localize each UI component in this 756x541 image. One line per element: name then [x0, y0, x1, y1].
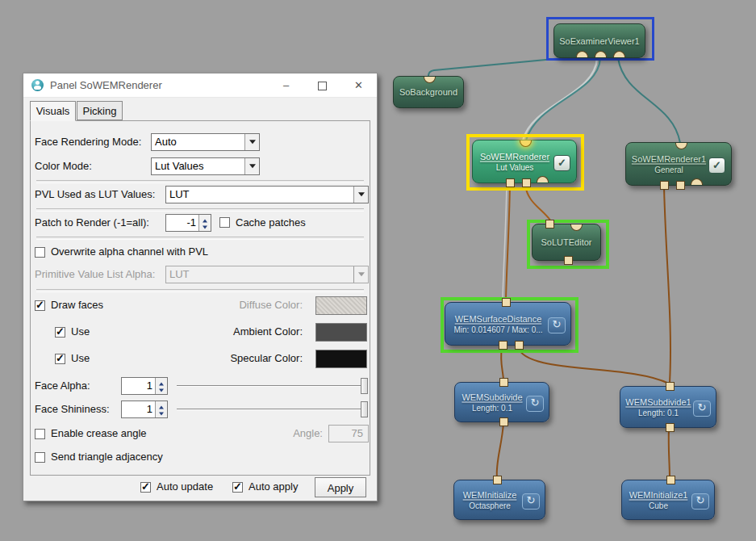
input-connector[interactable] — [676, 181, 685, 190]
overwrite-alpha-checkbox[interactable] — [35, 247, 45, 258]
face-alpha-slider[interactable] — [177, 377, 368, 395]
enable-crease-angle-checkbox[interactable] — [35, 429, 45, 439]
node-weminitialize[interactable]: WEMInitialize Octasphere ↻ — [453, 480, 545, 520]
spinner-buttons[interactable] — [155, 401, 167, 417]
overwrite-alpha-label: Overwrite alpha channel with PVL — [51, 243, 208, 261]
input-connector[interactable] — [506, 178, 515, 187]
spin-down-icon[interactable] — [199, 223, 211, 231]
minimize-button[interactable]: – — [268, 73, 304, 97]
slider-handle[interactable] — [361, 401, 368, 417]
patch-to-render-stepper[interactable]: -1 — [165, 214, 211, 232]
input-connector[interactable] — [613, 51, 625, 57]
face-rendering-mode-value: Auto — [152, 134, 244, 150]
node-soluteditor[interactable]: SoLUTEditor — [532, 224, 601, 261]
auto-apply-checkbox[interactable] — [232, 482, 243, 493]
input-connector[interactable] — [537, 176, 549, 182]
node-soexaminerviewer1[interactable]: SoExaminerViewer1 — [553, 23, 645, 58]
spinner-buttons[interactable] — [155, 378, 167, 394]
node-sowemrenderer1[interactable]: SoWEMRenderer1 General ✓ — [625, 142, 732, 186]
face-alpha-label: Face Alpha: — [35, 377, 90, 395]
maximize-button[interactable] — [304, 73, 340, 97]
titlebar[interactable]: Panel SoWEMRenderer – ✕ — [23, 73, 377, 98]
input-connector[interactable] — [576, 51, 588, 57]
specular-color-swatch[interactable] — [315, 350, 367, 368]
face-shininess-slider[interactable] — [177, 401, 368, 418]
input-connector[interactable] — [666, 423, 675, 432]
spin-down-icon[interactable] — [156, 409, 167, 417]
face-alpha-stepper[interactable]: 1 — [121, 377, 168, 395]
output-connector[interactable] — [499, 378, 508, 387]
dropdown-arrow-icon[interactable] — [353, 187, 368, 203]
input-connector[interactable] — [515, 341, 524, 350]
node-reload-icon[interactable]: ↻ — [526, 396, 544, 412]
send-triangle-adjacency-label: Send triangle adjacency — [51, 448, 163, 466]
node-wemsurfacedistance[interactable]: WEMSurfaceDistance Min: 0.014607 / Max: … — [445, 302, 571, 346]
slider-handle[interactable] — [361, 378, 368, 394]
input-connector[interactable] — [545, 220, 554, 229]
auto-update-label: Auto update — [157, 478, 213, 496]
tab-picking[interactable]: Picking — [77, 101, 123, 120]
node-title: SoBackground — [396, 87, 461, 97]
input-connector[interactable] — [564, 256, 573, 265]
node-title: WEMSubdivide1 — [623, 397, 694, 407]
slider-groove — [177, 409, 368, 409]
output-connector[interactable] — [666, 382, 675, 391]
dropdown-arrow-icon[interactable] — [244, 158, 259, 174]
output-connector[interactable] — [502, 298, 511, 307]
output-connector[interactable] — [424, 77, 436, 83]
input-connector[interactable] — [660, 181, 669, 190]
send-triangle-adjacency-checkbox[interactable] — [35, 452, 45, 463]
output-connector[interactable] — [666, 476, 675, 484]
node-enabled-check-icon[interactable]: ✓ — [553, 155, 570, 171]
node-subtitle: Octasphere — [457, 501, 523, 510]
node-reload-icon[interactable]: ↻ — [691, 493, 709, 510]
pvl-alpha-select: LUT — [165, 266, 369, 283]
face-rendering-mode-label: Face Rendering Mode: — [35, 133, 141, 151]
spinner-buttons[interactable] — [198, 215, 211, 231]
tab-visuals[interactable]: Visuals — [30, 101, 76, 121]
spin-up-icon[interactable] — [156, 378, 167, 386]
draw-faces-label: Draw faces — [51, 296, 103, 314]
draw-faces-checkbox[interactable] — [35, 300, 45, 311]
output-connector[interactable] — [570, 224, 583, 231]
node-reload-icon[interactable]: ↻ — [522, 493, 540, 510]
node-title: WEMInitialize1 — [624, 490, 692, 500]
cache-patches-checkbox[interactable] — [219, 217, 230, 228]
pvl-lut-select[interactable]: LUT — [165, 186, 369, 203]
apply-button[interactable]: Apply — [315, 477, 366, 497]
color-mode-select[interactable]: Lut Values — [151, 157, 260, 175]
face-shininess-stepper[interactable]: 1 — [121, 401, 168, 418]
ambient-color-swatch[interactable] — [315, 323, 367, 342]
auto-update-checkbox[interactable] — [140, 482, 151, 493]
spin-up-icon[interactable] — [199, 215, 211, 223]
input-connector[interactable] — [499, 341, 507, 350]
node-subtitle: Length: 0.1 — [623, 409, 694, 417]
dropdown-arrow-icon[interactable] — [244, 134, 259, 150]
mevislab-app-icon — [31, 79, 44, 91]
spin-down-icon[interactable] — [156, 386, 167, 394]
node-weminitialize1[interactable]: WEMInitialize1 Cube ↻ — [621, 480, 715, 520]
node-wemsubdivide1[interactable]: WEMSubdivide1 Length: 0.1 ↻ — [620, 386, 716, 428]
node-enabled-check-icon[interactable]: ✓ — [708, 157, 725, 174]
use-specular-checkbox[interactable] — [55, 354, 65, 364]
mevislab-workspace: SoExaminerViewer1 SoBackground SoWEMRend… — [0, 0, 756, 541]
node-reload-icon[interactable]: ↻ — [693, 401, 711, 417]
close-button[interactable]: ✕ — [340, 73, 377, 97]
node-wemsubdivide[interactable]: WEMSubdivide Length: 0.1 ↻ — [454, 382, 549, 422]
face-rendering-mode-select[interactable]: Auto — [151, 133, 260, 151]
input-connector[interactable] — [499, 417, 508, 426]
maximize-icon — [318, 82, 327, 90]
node-sowemrenderer[interactable]: SoWEMRenderer Lut Values ✓ — [472, 140, 577, 183]
spin-up-icon[interactable] — [156, 401, 167, 409]
use-ambient-checkbox[interactable] — [55, 327, 65, 338]
output-connector[interactable] — [675, 143, 687, 149]
node-reload-icon[interactable]: ↻ — [548, 317, 566, 333]
output-connector[interactable] — [493, 476, 502, 484]
input-connector[interactable] — [691, 178, 703, 185]
node-sobackground[interactable]: SoBackground — [393, 76, 464, 108]
output-connector[interactable] — [520, 140, 532, 147]
input-connector[interactable] — [522, 178, 531, 187]
input-connector[interactable] — [595, 51, 607, 57]
diffuse-color-label: Diffuse Color: — [239, 296, 303, 314]
cache-patches-label: Cache patches — [236, 214, 306, 232]
